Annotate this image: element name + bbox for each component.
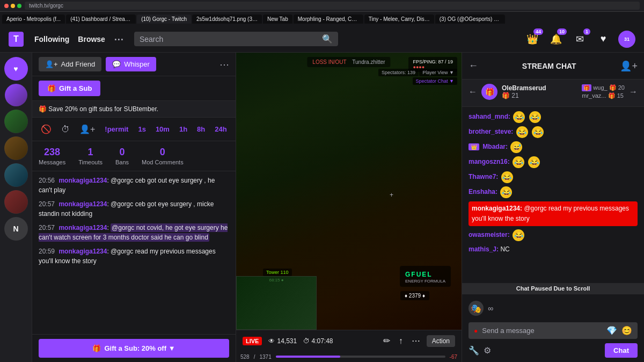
notifications-icon[interactable]: 🔔 10	[547, 31, 565, 48]
sidebar-icon-n[interactable]: N	[4, 217, 28, 241]
video-frame[interactable]: LOSS IN/OUT Tundra.zhitter Tower 110 The…	[236, 53, 462, 330]
emoji-icon-btn[interactable]: 😊	[621, 325, 632, 336]
sc-msg-1: brother_steve: 😂 😂	[469, 126, 638, 138]
timeout-24h-btn[interactable]: 24h	[213, 123, 229, 135]
stream-timer: ⏱ 4:07:48	[303, 337, 333, 345]
nav-more-icon[interactable]: ⋯	[114, 33, 123, 45]
chat-message-input[interactable]	[482, 327, 602, 335]
add-user-button[interactable]: 👤+	[620, 60, 638, 72]
sidebar-icon-4[interactable]	[4, 163, 28, 187]
live-badge: LIVE	[243, 337, 262, 345]
tab-7[interactable]: (3) OG (@OGesports) / Tw...	[435, 15, 505, 24]
sc-msg-8: mathis_J: NC	[469, 244, 638, 255]
timeout-1h-btn[interactable]: 1h	[177, 123, 189, 135]
whisper-icon: 💬	[112, 60, 121, 68]
mod-chat-messages[interactable]: 20:56 monkagiga1234: @gorgc ceb got out …	[32, 171, 236, 334]
add-friend-button[interactable]: 👤+ Add Friend	[39, 57, 101, 71]
timeout-1s-btn[interactable]: 1s	[136, 123, 148, 135]
gift-icon: 🎁	[47, 84, 56, 92]
chat-settings-icon-btn[interactable]: ⚙	[484, 345, 491, 356]
scroll-pause-banner: Chat Paused Due to Scroll	[462, 283, 644, 294]
video-background: LOSS IN/OUT Tundra.zhitter Tower 110 The…	[236, 53, 462, 330]
tab-0[interactable]: Aperio - Metropolis (f...	[2, 15, 65, 24]
sub-prev-button[interactable]: ←	[469, 87, 477, 97]
emote-2: 😅	[510, 141, 522, 153]
gift-sub-button[interactable]: 🎁 Gift a Sub	[39, 81, 100, 96]
user-plus-icon-btn[interactable]: 👤+	[77, 122, 97, 136]
stat-bans: 0 Bans	[115, 147, 129, 165]
user-avatar[interactable]: 31	[618, 31, 635, 48]
clock-icon-btn[interactable]: ⏱	[59, 122, 72, 136]
browser-bar: twitch.tv/gorgc	[0, 0, 644, 12]
sidebar-icon-1[interactable]	[5, 84, 27, 106]
ban-icon-btn[interactable]: 🚫	[39, 122, 54, 136]
bits-icon-btn[interactable]: 💎	[606, 325, 617, 336]
mod-msg-3: 20:59 monkagiga1234: @gorgc read my prev…	[39, 247, 229, 266]
permit-btn[interactable]: !permit	[103, 123, 130, 135]
tab-6[interactable]: Tiny - Melee, Carry, Disa...	[364, 15, 434, 24]
collapse-chat-button[interactable]: ←	[469, 60, 478, 71]
gfuel-overlay: GFUEL ENERGY FORMULA	[400, 266, 451, 287]
emote-3: 😂	[513, 156, 524, 168]
timeout-10m-btn[interactable]: 10m	[153, 123, 172, 135]
progress-fill	[276, 356, 340, 358]
gift-sub-footer-button[interactable]: 🎁 Gift a Sub: 20% off ▼	[39, 339, 229, 358]
sub-gift-icon: 🎁	[481, 84, 497, 100]
sc-msg-4: Thawne7: 😂	[469, 171, 638, 183]
user-icon[interactable]: 31	[618, 31, 635, 48]
more-options-button[interactable]: ⋯	[219, 59, 229, 70]
nav-following[interactable]: Following	[34, 35, 69, 44]
messages-icon[interactable]: ✉ 1	[571, 31, 588, 48]
chat-submit-button[interactable]: Chat	[605, 343, 638, 358]
sidebar-icon-2[interactable]	[4, 110, 28, 133]
search-bar: 🔍	[134, 32, 338, 46]
more-video-btn[interactable]: ⋯	[409, 334, 422, 348]
stream-chat-messages[interactable]: sahand_mnd: 😂 😂 brother_steve: 😂 😂 👑 Mba…	[462, 107, 644, 283]
url-bar[interactable]: twitch.tv/gorgc	[25, 2, 640, 10]
sc-msg-2: 👑 Mbadar: 😅	[469, 141, 638, 153]
stat-messages: 238 Messages	[39, 147, 65, 165]
sub-others: 🎁 wug_ 🎁 20 mr_vaz... 🎁 15	[582, 84, 625, 99]
emote-1b: 😂	[532, 126, 544, 138]
sub-banner-row: ← 🎁 OleBramserud 🎁 21 🎁 wug_ 🎁 20 mr_vaz…	[469, 84, 638, 100]
twitch-logo[interactable]: T	[9, 32, 24, 47]
header-nav: Following Browse ⋯	[34, 33, 123, 45]
stats-row: 238 Messages 1 Timeouts 0 Bans 0 Mod Com…	[32, 141, 236, 171]
chat-actions-row: 🔧 ⚙ Chat	[469, 343, 638, 358]
gift-sub-footer: 🎁 Gift a Sub: 20% off ▼	[32, 334, 236, 362]
stream-chat-title: STREAM CHAT	[482, 62, 616, 70]
search-input[interactable]	[140, 35, 318, 44]
share-icon-btn[interactable]: ↑	[397, 334, 405, 348]
sidebar-icon-3[interactable]	[4, 136, 28, 160]
nav-browse[interactable]: Browse	[78, 35, 105, 44]
sub-next-button[interactable]: →	[629, 87, 638, 97]
sidebar-icon-heart[interactable]: ♥	[4, 57, 28, 81]
add-friend-icon: 👤+	[45, 60, 58, 68]
edit-icon-btn[interactable]: ✏	[381, 334, 392, 348]
emote-7: 😂	[513, 229, 524, 241]
heart-icon[interactable]: ♥	[595, 31, 612, 48]
gift-sub-row: 🎁 Gift a Sub	[32, 76, 236, 101]
twitch-header: T Following Browse ⋯ 🔍 👑 44 🔔 10 ✉ 1 ♥ 3…	[0, 26, 644, 53]
user-row: 🎭 ∞	[469, 299, 638, 318]
tab-2[interactable]: (10) Gorgc - Twitch	[137, 15, 191, 24]
chat-tools-icon-btn[interactable]: 🔧	[469, 345, 479, 356]
tab-3[interactable]: 2s5w1ddsohq71.png (391...	[192, 15, 262, 24]
mod-msg-0: 20:56 monkagiga1234: @gorgc ceb got out …	[39, 176, 229, 195]
tab-4[interactable]: New Tab	[263, 15, 292, 24]
prime-icon[interactable]: 👑 44	[524, 31, 541, 48]
progress-bar[interactable]	[276, 356, 445, 358]
action-button[interactable]: Action	[427, 335, 455, 347]
emote-0: 😂	[513, 111, 525, 123]
tab-1[interactable]: (41) Dashboard / Streaml...	[66, 15, 136, 24]
sc-msg-3: mangoszn16: 😂 😂	[469, 156, 638, 168]
tab-5[interactable]: Morphling - Ranged, Car...	[294, 15, 363, 24]
main-layout: ♥ N 👤+ Add Friend 💬 Whisper	[0, 53, 644, 362]
viewer-count: 👁 14,531	[268, 337, 297, 345]
stat-timeouts: 1 Timeouts	[78, 147, 103, 165]
timeout-8h-btn[interactable]: 8h	[195, 123, 207, 135]
chat-input-row: ● 💎 😊	[469, 322, 638, 339]
infinity-icon: ∞	[488, 304, 493, 313]
sidebar-icon-5[interactable]	[4, 190, 28, 214]
whisper-button[interactable]: 💬 Whisper	[106, 57, 156, 71]
